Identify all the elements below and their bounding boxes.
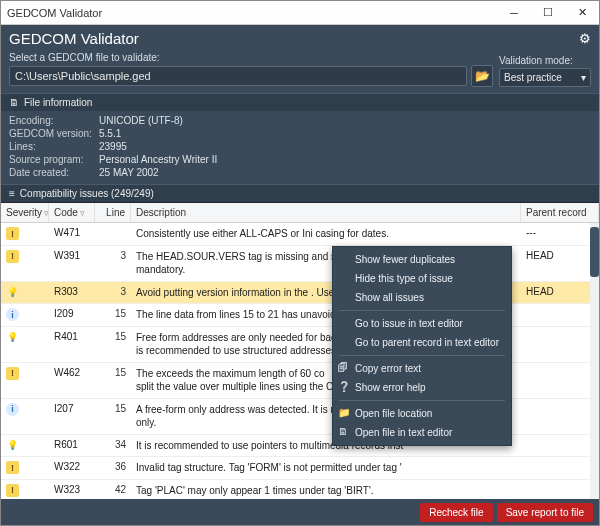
warning-icon: ! (6, 367, 19, 380)
menu-item[interactable]: Go to parent record in text editor (333, 333, 511, 352)
folder-icon: 📁 (338, 407, 350, 418)
file-info-title: File information (24, 97, 92, 108)
cell-line (95, 223, 131, 231)
issues-table-header: Severity▿ Code▿ Line Description Parent … (1, 203, 599, 223)
browse-button[interactable]: 📂 (471, 65, 493, 87)
validation-mode-label: Validation mode: (499, 55, 591, 66)
file-info-key: Encoding: (9, 115, 99, 126)
file-info-value: 25 MAY 2002 (99, 167, 591, 178)
cell-parent (521, 480, 599, 488)
maximize-button[interactable]: ☐ (531, 1, 565, 24)
cell-line: 15 (95, 399, 131, 418)
menu-item[interactable]: Show fewer duplicates (333, 250, 511, 269)
cell-code: W391 (49, 246, 95, 265)
scrollbar-thumb[interactable] (590, 227, 599, 277)
minimize-button[interactable]: ─ (497, 1, 531, 24)
file-path-input[interactable]: C:\Users\Public\sample.ged (9, 66, 467, 86)
filter-icon[interactable]: ▿ (80, 208, 85, 218)
cell-severity: 💡 (1, 435, 49, 456)
folder-icon: 📂 (475, 69, 490, 83)
cell-code: W323 (49, 480, 95, 499)
save-report-button[interactable]: Save report to file (497, 503, 593, 522)
cell-parent (521, 435, 599, 443)
file-info-section-header: 🗎 File information (1, 93, 599, 111)
suggestion-icon: 💡 (6, 331, 19, 344)
list-icon: ≡ (9, 188, 15, 199)
file-info-value: 23995 (99, 141, 591, 152)
cell-line: 3 (95, 282, 131, 301)
copy-icon: 🗐 (338, 362, 348, 373)
cell-parent (521, 327, 599, 335)
info-icon: i (6, 308, 19, 321)
col-header-description[interactable]: Description (131, 203, 521, 222)
menu-item[interactable]: Hide this type of issue (333, 269, 511, 288)
menu-item[interactable]: Show all issues (333, 288, 511, 307)
table-row[interactable]: !W32342Tag 'PLAC' may only appear 1 time… (1, 480, 599, 500)
menu-item[interactable]: Go to issue in text editor (333, 314, 511, 333)
settings-icon[interactable]: ⚙ (579, 31, 591, 46)
suggestion-icon: 💡 (6, 439, 19, 452)
window-title: GEDCOM Validator (7, 7, 497, 19)
menu-item[interactable]: 🗐Copy error text (333, 359, 511, 378)
menu-item[interactable]: ❔Show error help (333, 378, 511, 397)
close-button[interactable]: ✕ (565, 1, 599, 24)
cell-line: 15 (95, 304, 131, 323)
cell-code: R601 (49, 435, 95, 454)
cell-line: 34 (95, 435, 131, 454)
file-info-key: Lines: (9, 141, 99, 152)
header-panel: GEDCOM Validator ⚙ Select a GEDCOM file … (1, 25, 599, 202)
cell-severity: ! (1, 457, 49, 478)
suggestion-icon: 💡 (6, 286, 19, 299)
validation-mode-select[interactable]: Best practice ▾ (499, 68, 591, 87)
cell-description: Consistently use either ALL-CAPS or Ini … (131, 223, 521, 245)
cell-severity: i (1, 399, 49, 420)
cell-line: 3 (95, 246, 131, 265)
issues-title: Compatibility issues (249/249) (20, 188, 154, 199)
file-info-value: 5.5.1 (99, 128, 591, 139)
menu-separator (339, 355, 505, 356)
file-info-key: Source program: (9, 154, 99, 165)
info-icon: i (6, 403, 19, 416)
file-picker-label: Select a GEDCOM file to validate: (9, 52, 493, 63)
col-header-line[interactable]: Line (95, 203, 131, 222)
table-row[interactable]: !W32236Invalid tag structure. Tag 'FORM'… (1, 457, 599, 480)
cell-line: 15 (95, 363, 131, 382)
app-title: GEDCOM Validator (9, 30, 139, 47)
titlebar: GEDCOM Validator ─ ☐ ✕ (1, 1, 599, 25)
cell-severity: ! (1, 363, 49, 384)
cell-description: Invalid tag structure. Tag 'FORM' is not… (131, 457, 521, 479)
cell-severity: i (1, 304, 49, 325)
cell-code: W471 (49, 223, 95, 242)
table-row[interactable]: !W471Consistently use either ALL-CAPS or… (1, 223, 599, 246)
chevron-down-icon: ▾ (581, 72, 586, 83)
cell-code: W322 (49, 457, 95, 476)
col-header-parent[interactable]: Parent record (521, 203, 599, 222)
menu-separator (339, 400, 505, 401)
doc-icon: 🗎 (338, 426, 348, 437)
col-header-code[interactable]: Code▿ (49, 203, 95, 222)
cell-parent (521, 457, 599, 465)
recheck-file-button[interactable]: Recheck file (420, 503, 492, 522)
col-header-severity[interactable]: Severity▿ (1, 203, 49, 222)
footer-bar: Recheck file Save report to file (1, 499, 599, 525)
file-info-grid: Encoding:UNICODE (UTF-8)GEDCOM version:5… (1, 111, 599, 184)
cell-code: I207 (49, 399, 95, 418)
validation-mode-value: Best practice (504, 72, 562, 83)
file-info-key: GEDCOM version: (9, 128, 99, 139)
cell-parent: --- (521, 223, 599, 242)
window-controls: ─ ☐ ✕ (497, 1, 599, 24)
cell-parent (521, 363, 599, 371)
cell-code: R401 (49, 327, 95, 346)
menu-item[interactable]: 🗎Open file in text editor (333, 423, 511, 442)
warning-icon: ! (6, 227, 19, 240)
file-info-value: UNICODE (UTF-8) (99, 115, 591, 126)
menu-item[interactable]: 📁Open file location (333, 404, 511, 423)
file-info-value: Personal Ancestry Writer II (99, 154, 591, 165)
warning-icon: ! (6, 461, 19, 474)
help-icon: ❔ (338, 381, 350, 392)
context-menu[interactable]: Show fewer duplicatesHide this type of i… (332, 246, 512, 446)
cell-severity: 💡 (1, 327, 49, 348)
document-icon: 🗎 (9, 97, 19, 108)
cell-parent (521, 304, 599, 312)
warning-icon: ! (6, 484, 19, 497)
